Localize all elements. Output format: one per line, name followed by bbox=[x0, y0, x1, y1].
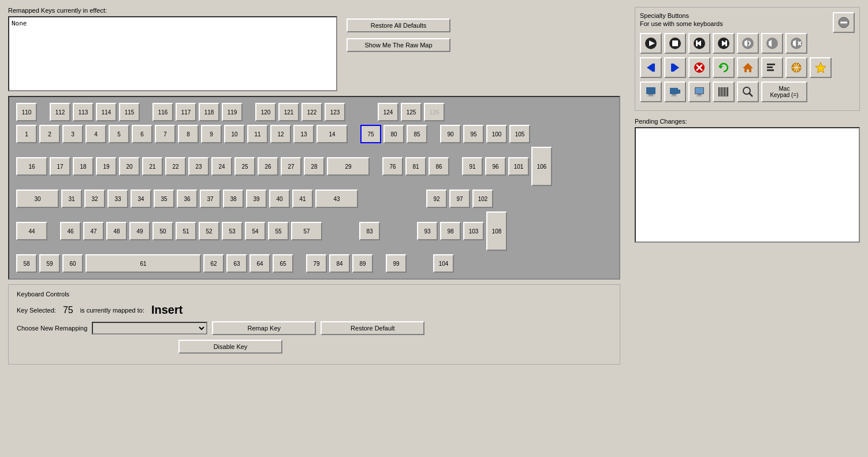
key-104[interactable]: 104 bbox=[433, 254, 454, 273]
key-54[interactable]: 54 bbox=[245, 222, 266, 240]
key-121[interactable]: 121 bbox=[278, 103, 299, 121]
key-81[interactable]: 81 bbox=[405, 157, 426, 176]
key-96[interactable]: 96 bbox=[485, 157, 506, 176]
key-80[interactable]: 80 bbox=[383, 125, 404, 143]
key-50[interactable]: 50 bbox=[152, 222, 173, 240]
key-51[interactable]: 51 bbox=[176, 222, 196, 240]
key-97[interactable]: 97 bbox=[449, 190, 470, 208]
key-26[interactable]: 26 bbox=[258, 157, 278, 176]
key-38[interactable]: 38 bbox=[223, 190, 244, 208]
key-19[interactable]: 19 bbox=[96, 157, 117, 176]
key-114[interactable]: 114 bbox=[96, 103, 117, 121]
key-115[interactable]: 115 bbox=[119, 103, 140, 121]
key-101[interactable]: 101 bbox=[508, 157, 529, 176]
key-21[interactable]: 21 bbox=[142, 157, 163, 176]
key-23[interactable]: 23 bbox=[188, 157, 209, 176]
key-39[interactable]: 39 bbox=[246, 190, 267, 208]
key-108[interactable]: 108 bbox=[486, 211, 507, 251]
key-2[interactable]: 2 bbox=[39, 125, 60, 143]
key-27[interactable]: 27 bbox=[281, 157, 301, 176]
key-13[interactable]: 13 bbox=[293, 125, 314, 143]
key-12[interactable]: 12 bbox=[270, 125, 291, 143]
key-90[interactable]: 90 bbox=[440, 125, 461, 143]
key-36[interactable]: 36 bbox=[177, 190, 198, 208]
spec-prev-button[interactable] bbox=[688, 33, 710, 54]
key-16[interactable]: 16 bbox=[16, 157, 47, 176]
key-7[interactable]: 7 bbox=[155, 125, 176, 143]
spec-home-button[interactable] bbox=[737, 57, 759, 78]
key-102[interactable]: 102 bbox=[472, 190, 493, 208]
key-18[interactable]: 18 bbox=[73, 157, 94, 176]
key-44[interactable]: 44 bbox=[16, 222, 47, 240]
key-22[interactable]: 22 bbox=[165, 157, 186, 176]
key-1[interactable]: 1 bbox=[16, 125, 37, 143]
key-93[interactable]: 93 bbox=[417, 222, 438, 240]
key-4[interactable]: 4 bbox=[85, 125, 106, 143]
key-43[interactable]: 43 bbox=[315, 190, 358, 208]
key-105[interactable]: 105 bbox=[509, 125, 530, 143]
key-84[interactable]: 84 bbox=[329, 254, 350, 273]
key-8[interactable]: 8 bbox=[178, 125, 199, 143]
key-17[interactable]: 17 bbox=[50, 157, 70, 176]
spec-mute-button[interactable] bbox=[785, 33, 807, 54]
key-33[interactable]: 33 bbox=[107, 190, 128, 208]
key-75[interactable]: 75 bbox=[360, 125, 381, 143]
key-46[interactable]: 46 bbox=[60, 222, 81, 240]
spec-vol-down-button[interactable] bbox=[761, 33, 783, 54]
key-52[interactable]: 52 bbox=[199, 222, 219, 240]
spec-mycomputer-button[interactable] bbox=[640, 81, 662, 102]
key-48[interactable]: 48 bbox=[106, 222, 127, 240]
spec-web-button[interactable] bbox=[785, 57, 807, 78]
key-118[interactable]: 118 bbox=[199, 103, 219, 121]
key-25[interactable]: 25 bbox=[234, 157, 255, 176]
key-62[interactable]: 62 bbox=[203, 254, 224, 273]
restore-default-button[interactable]: Restore Default bbox=[321, 321, 424, 335]
key-120[interactable]: 120 bbox=[255, 103, 276, 121]
key-59[interactable]: 59 bbox=[39, 254, 60, 273]
spec-vol-up-button[interactable] bbox=[737, 33, 759, 54]
key-34[interactable]: 34 bbox=[131, 190, 151, 208]
key-47[interactable]: 47 bbox=[83, 222, 104, 240]
key-64[interactable]: 64 bbox=[249, 254, 270, 273]
spec-magnify-button[interactable] bbox=[737, 81, 759, 102]
key-117[interactable]: 117 bbox=[176, 103, 196, 121]
spec-forward-button[interactable] bbox=[664, 57, 686, 78]
key-125[interactable]: 125 bbox=[401, 103, 422, 121]
key-98[interactable]: 98 bbox=[440, 222, 461, 240]
key-116[interactable]: 116 bbox=[152, 103, 173, 121]
key-30[interactable]: 30 bbox=[16, 190, 59, 208]
key-103[interactable]: 103 bbox=[463, 222, 484, 240]
key-29[interactable]: 29 bbox=[327, 157, 370, 176]
key-53[interactable]: 53 bbox=[222, 222, 243, 240]
key-32[interactable]: 32 bbox=[84, 190, 105, 208]
key-83[interactable]: 83 bbox=[359, 222, 380, 240]
key-123[interactable]: 123 bbox=[325, 103, 345, 121]
key-124[interactable]: 124 bbox=[378, 103, 398, 121]
key-112[interactable]: 112 bbox=[50, 103, 70, 121]
key-86[interactable]: 86 bbox=[429, 157, 449, 176]
spec-back-button[interactable] bbox=[640, 57, 662, 78]
disable-key-button[interactable]: Disable Key bbox=[178, 340, 282, 354]
key-35[interactable]: 35 bbox=[154, 190, 174, 208]
key-119[interactable]: 119 bbox=[222, 103, 243, 121]
key-58[interactable]: 58 bbox=[16, 254, 37, 273]
key-60[interactable]: 60 bbox=[62, 254, 83, 273]
key-55[interactable]: 55 bbox=[268, 222, 289, 240]
key-3[interactable]: 3 bbox=[62, 125, 83, 143]
remap-dropdown[interactable] bbox=[92, 322, 207, 335]
key-37[interactable]: 37 bbox=[200, 190, 221, 208]
key-28[interactable]: 28 bbox=[304, 157, 325, 176]
spec-mac-keypad-button[interactable]: MacKeypad (=) bbox=[761, 81, 807, 102]
spec-mycomputer2-button[interactable] bbox=[664, 81, 686, 102]
spec-search-button[interactable] bbox=[761, 57, 783, 78]
spec-stop-button[interactable] bbox=[664, 33, 686, 54]
key-9[interactable]: 9 bbox=[201, 125, 222, 143]
key-20[interactable]: 20 bbox=[119, 157, 140, 176]
key-122[interactable]: 122 bbox=[301, 103, 322, 121]
key-14[interactable]: 14 bbox=[316, 125, 348, 143]
key-49[interactable]: 49 bbox=[129, 222, 150, 240]
remapped-keys-textarea[interactable] bbox=[8, 16, 337, 91]
specialty-minus-button[interactable] bbox=[833, 12, 855, 33]
spec-barcode-button[interactable] bbox=[713, 81, 735, 102]
key-113[interactable]: 113 bbox=[73, 103, 94, 121]
